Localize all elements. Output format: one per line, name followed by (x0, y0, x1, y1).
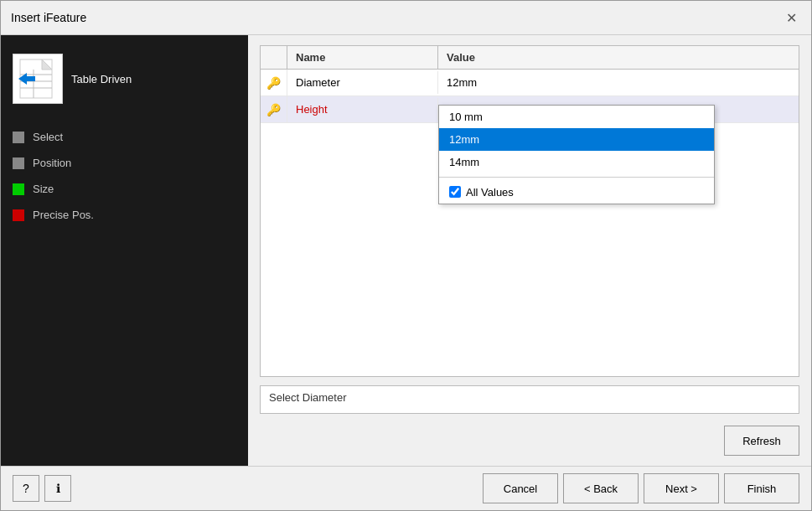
finish-button[interactable]: Finish (724, 473, 799, 503)
cancel-button[interactable]: Cancel (483, 473, 558, 503)
table-driven-icon (13, 54, 63, 104)
step-position-label: Position (33, 157, 71, 169)
diameter-value-cell: 12mm (438, 71, 799, 94)
table-row-height[interactable]: 🔑 Height 10 mm 12mm 14mm (261, 96, 799, 123)
dialog-title: Insert iFeature (11, 11, 86, 24)
step-size-label: Size (33, 183, 54, 195)
height-name-cell: Height (287, 98, 438, 121)
sidebar-table-driven-label: Table Driven (71, 73, 132, 85)
main-content: Name Value 🔑 Diameter 12mm (248, 35, 811, 466)
close-button[interactable]: ✕ (781, 8, 801, 28)
sidebar: Table Driven Select Position Size Preci (1, 35, 248, 466)
help-button[interactable]: ? (13, 475, 39, 502)
dialog-body: Table Driven Select Position Size Preci (1, 35, 811, 466)
step-position-indicator (13, 157, 24, 169)
all-values-row[interactable]: All Values (439, 181, 714, 204)
parameter-table: Name Value 🔑 Diameter 12mm (260, 45, 799, 377)
diameter-row-icon: 🔑 (261, 70, 287, 95)
status-text: Select Diameter (269, 391, 346, 404)
dropdown-divider (439, 177, 714, 178)
refresh-button[interactable]: Refresh (724, 426, 799, 456)
height-row-icon: 🔑 (261, 96, 287, 122)
key-icon-height: 🔑 (266, 103, 281, 116)
table-header: Name Value (261, 46, 799, 70)
sidebar-item-size: Size (1, 176, 248, 202)
step-precise-pos-label: Precise Pos. (33, 209, 94, 221)
dropdown-item-10mm[interactable]: 10 mm (439, 106, 714, 128)
sidebar-item-precise-pos: Precise Pos. (1, 202, 248, 228)
height-dropdown[interactable]: 10 mm 12mm 14mm All Values (438, 105, 715, 204)
sidebar-item-position: Position (1, 150, 248, 176)
all-values-checkbox[interactable] (449, 186, 461, 198)
footer-right-buttons: Cancel < Back Next > Finish (483, 473, 799, 503)
sidebar-header: Table Driven (1, 45, 248, 117)
status-bar: Select Diameter (260, 385, 799, 414)
info-icon: ℹ (56, 482, 60, 495)
next-button[interactable]: Next > (644, 473, 719, 503)
insert-ifeature-dialog: Insert iFeature ✕ (0, 0, 812, 511)
step-size-indicator (13, 183, 24, 195)
table-row-diameter[interactable]: 🔑 Diameter 12mm (261, 70, 799, 96)
th-spacer (261, 46, 287, 69)
step-select-indicator (13, 132, 24, 143)
dialog-footer: ? ℹ Cancel < Back Next > Finish (1, 466, 811, 510)
height-value-cell[interactable]: 10 mm 12mm 14mm All Values (438, 105, 799, 115)
key-icon-diameter: 🔑 (266, 76, 281, 90)
info-button[interactable]: ℹ (44, 475, 71, 502)
title-bar: Insert iFeature ✕ (1, 1, 811, 35)
back-button[interactable]: < Back (563, 473, 639, 503)
dropdown-item-14mm[interactable]: 14mm (439, 151, 714, 173)
step-precise-pos-indicator (13, 209, 24, 221)
th-name: Name (287, 46, 438, 69)
step-select-label: Select (33, 131, 63, 143)
help-icon: ? (23, 482, 29, 495)
dropdown-list: 10 mm 12mm 14mm (439, 106, 714, 173)
dropdown-item-12mm[interactable]: 12mm (439, 128, 714, 151)
refresh-row: Refresh (260, 426, 799, 456)
sidebar-steps: Select Position Size Precise Pos. (1, 117, 248, 235)
diameter-name-cell: Diameter (287, 71, 438, 94)
all-values-label: All Values (466, 186, 514, 199)
footer-left-buttons: ? ℹ (13, 475, 71, 502)
th-value: Value (438, 46, 799, 69)
sidebar-item-select: Select (1, 124, 248, 150)
